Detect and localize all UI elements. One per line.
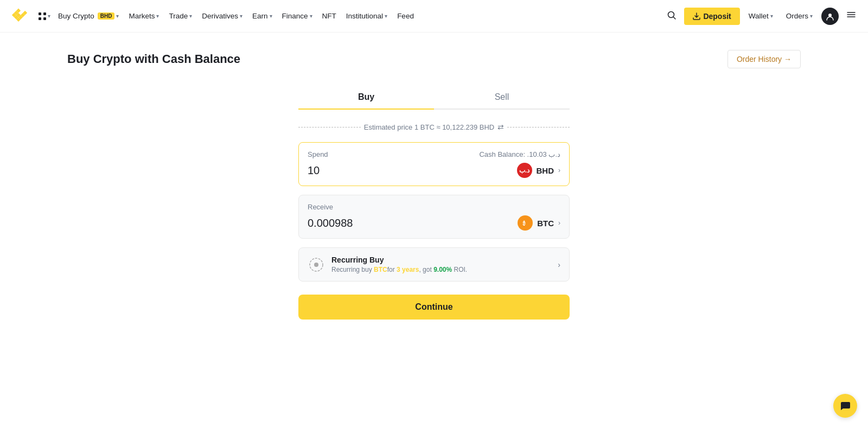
receive-currency-selector[interactable]: ₿ BTC › (518, 215, 560, 231)
buy-sell-tabs: Buy Sell (298, 86, 570, 110)
page-header: Buy Crypto with Cash Balance Order Histo… (67, 50, 801, 68)
nav-markets[interactable]: Markets ▾ (124, 9, 163, 23)
nav-wallet[interactable]: Wallet ▾ (744, 9, 777, 23)
svg-line-14 (674, 17, 676, 20)
receive-currency-name: BTC (537, 219, 554, 228)
recurring-buy-box[interactable]: Recurring Buy Recurring buy BTCfor 3 yea… (298, 247, 570, 282)
svg-rect-12 (43, 17, 46, 20)
spend-currency-selector[interactable]: د.ب BHD › (517, 163, 561, 178)
receive-label: Receive (308, 203, 560, 211)
recurring-desc: Recurring buy BTCfor 3 years, got 9.00% … (331, 266, 467, 273)
refresh-icon[interactable]: ⇄ (497, 123, 504, 131)
recurring-title: Recurring Buy (331, 256, 467, 264)
page-content: Buy Crypto with Cash Balance Order Histo… (54, 33, 814, 337)
tab-buy[interactable]: Buy (298, 86, 434, 110)
recurring-chevron-icon: › (558, 260, 560, 269)
svg-point-22 (314, 263, 318, 267)
user-avatar[interactable] (821, 8, 839, 25)
nav-items: Buy Crypto BHD ▾ Markets ▾ Trade ▾ Deriv… (54, 9, 663, 23)
nav-earn[interactable]: Earn ▾ (248, 9, 277, 23)
nav-derivatives[interactable]: Derivatives ▾ (197, 9, 247, 23)
receive-box: Receive 0.000988 ₿ BTC › (298, 195, 570, 239)
order-history-button[interactable]: Order History → (727, 50, 801, 68)
nav-nft[interactable]: NFT (318, 9, 341, 23)
nav-right: Deposit Wallet ▾ Orders ▾ (663, 7, 859, 25)
spend-label: Spend (308, 150, 328, 158)
dashed-line-left (298, 127, 361, 127)
form-container: Buy Sell Estimated price 1 BTC ≈ 10,122.… (298, 86, 570, 320)
receive-currency-chevron: › (558, 219, 560, 227)
apps-button[interactable]: ▾ (35, 10, 54, 23)
receive-amount: 0.000988 (308, 217, 353, 229)
nav-institutional[interactable]: Institutional ▾ (342, 9, 392, 23)
tab-sell[interactable]: Sell (434, 86, 570, 110)
cash-balance-label: Cash Balance: .10.03 د.ب (479, 150, 560, 158)
nav-buy-crypto[interactable]: Buy Crypto BHD ▾ (54, 9, 123, 23)
hamburger-menu[interactable] (843, 7, 859, 25)
spend-currency-chevron: › (558, 167, 560, 174)
logo[interactable] (9, 7, 28, 26)
search-button[interactable] (663, 7, 680, 25)
nav-orders[interactable]: Orders ▾ (782, 9, 817, 23)
bhd-icon: د.ب (517, 163, 532, 178)
spend-amount-input[interactable] (308, 164, 416, 177)
svg-rect-11 (39, 17, 41, 20)
page-title: Buy Crypto with Cash Balance (67, 52, 240, 66)
spend-input-box: Spend Cash Balance: .10.03 د.ب د.ب BHD › (298, 142, 570, 186)
svg-rect-10 (43, 12, 46, 15)
continue-button[interactable]: Continue (298, 295, 570, 320)
svg-point-13 (668, 12, 674, 18)
spend-currency-name: BHD (537, 166, 554, 175)
btc-icon: ₿ (518, 215, 533, 231)
nav-trade[interactable]: Trade ▾ (164, 9, 196, 23)
recurring-icon (308, 256, 325, 273)
navbar: ▾ Buy Crypto BHD ▾ Markets ▾ Trade ▾ Der… (0, 0, 868, 33)
nav-finance[interactable]: Finance ▾ (278, 9, 317, 23)
svg-point-19 (521, 219, 529, 227)
estimated-price-row: Estimated price 1 BTC ≈ 10,122.239 BHD ⇄ (298, 123, 570, 131)
nav-feed[interactable]: Feed (393, 9, 418, 23)
dashed-line-right (507, 127, 570, 127)
svg-point-15 (828, 14, 832, 17)
svg-rect-9 (39, 12, 41, 15)
deposit-button[interactable]: Deposit (684, 8, 739, 25)
